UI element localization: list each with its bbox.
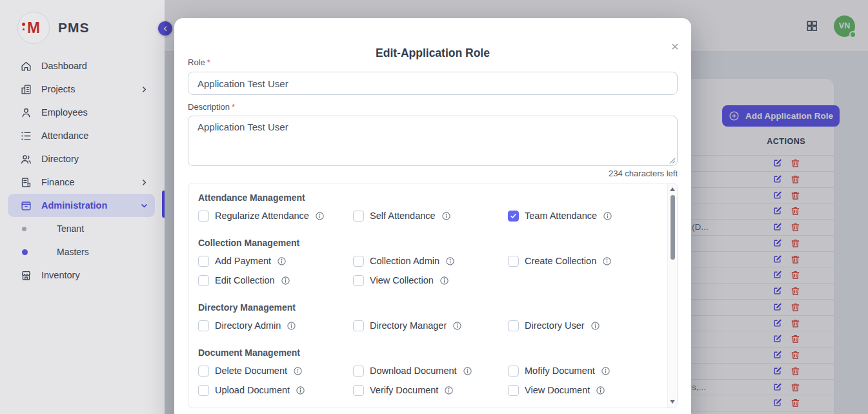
permission-section-title: Attendance Management bbox=[198, 192, 658, 203]
edit-application-role-modal: × Edit-Application Role Role* Descriptio… bbox=[174, 18, 691, 414]
permission-section-collection-management: Collection Management Add Payment Collec… bbox=[198, 238, 658, 287]
checkbox[interactable] bbox=[198, 256, 209, 267]
scroll-down-arrow-icon[interactable] bbox=[670, 400, 675, 404]
checkbox[interactable] bbox=[198, 366, 209, 377]
permission-label: Add Payment bbox=[215, 256, 271, 266]
characters-left-hint: 234 characters left bbox=[609, 169, 678, 178]
modal-title: Edit-Application Role bbox=[174, 47, 691, 60]
info-icon[interactable] bbox=[445, 256, 455, 266]
permission-label: Directory User bbox=[525, 320, 585, 331]
checkbox[interactable] bbox=[353, 366, 364, 377]
checkbox[interactable] bbox=[353, 385, 364, 396]
permission-edit-collection[interactable]: Edit Collection bbox=[198, 274, 348, 287]
checkbox[interactable] bbox=[353, 256, 364, 267]
checkbox[interactable] bbox=[353, 320, 364, 331]
info-icon[interactable] bbox=[452, 321, 462, 331]
required-asterisk: * bbox=[232, 102, 235, 112]
info-icon[interactable] bbox=[293, 366, 303, 376]
permission-directory-admin[interactable]: Directory Admin bbox=[198, 319, 348, 332]
permission-label: View Document bbox=[525, 385, 590, 395]
checkbox[interactable] bbox=[198, 385, 209, 396]
permission-add-payment[interactable]: Add Payment bbox=[198, 254, 348, 267]
checkbox[interactable] bbox=[508, 320, 519, 331]
checkbox[interactable] bbox=[508, 366, 519, 377]
permission-label: Self Attendance bbox=[370, 211, 436, 221]
permission-self-attendance[interactable]: Self Attendance bbox=[353, 209, 503, 222]
checkbox[interactable] bbox=[198, 275, 209, 286]
permission-label: View Collection bbox=[370, 275, 434, 285]
permission-section-title: Collection Management bbox=[198, 238, 658, 248]
permission-grid: Delete Document Download Document Mofify… bbox=[198, 364, 658, 397]
permission-directory-user[interactable]: Directory User bbox=[508, 319, 658, 332]
checkbox[interactable] bbox=[508, 211, 519, 222]
info-icon[interactable] bbox=[296, 386, 305, 395]
description-field-label: Description* bbox=[188, 102, 235, 112]
permission-label: Directory Admin bbox=[215, 320, 281, 331]
permission-label: Download Document bbox=[370, 366, 457, 376]
permission-view-document[interactable]: View Document bbox=[508, 384, 658, 397]
permission-grid: Directory Admin Directory Manager Direct… bbox=[198, 319, 658, 332]
info-icon[interactable] bbox=[601, 366, 611, 376]
permission-label: Regularize Attendance bbox=[215, 211, 309, 221]
permission-directory-manager[interactable]: Directory Manager bbox=[353, 319, 503, 332]
permission-label: Team Attendance bbox=[525, 211, 597, 221]
permission-grid: Add Payment Collection Admin Create Coll… bbox=[198, 254, 658, 287]
permission-section-document-management: Document Management Delete Document Down… bbox=[198, 347, 658, 397]
info-icon[interactable] bbox=[596, 386, 605, 395]
required-asterisk: * bbox=[207, 57, 210, 67]
permission-label: Collection Admin bbox=[370, 256, 439, 266]
permission-label: Directory Manager bbox=[370, 320, 447, 331]
checkbox[interactable] bbox=[198, 320, 209, 331]
scrollbar-thumb[interactable] bbox=[671, 195, 675, 260]
info-icon[interactable] bbox=[281, 276, 290, 285]
permission-label: Create Collection bbox=[525, 256, 596, 266]
permission-view-collection[interactable]: View Collection bbox=[353, 274, 503, 287]
permission-label: Verify Document bbox=[370, 385, 438, 395]
role-input[interactable] bbox=[188, 72, 678, 95]
permission-verify-document[interactable]: Verify Document bbox=[353, 384, 503, 397]
info-icon[interactable] bbox=[602, 256, 612, 266]
info-icon[interactable] bbox=[439, 276, 449, 285]
permission-section-directory-management: Directory Management Directory Admin Dir… bbox=[198, 302, 658, 332]
permission-label: Upload Document bbox=[215, 385, 290, 395]
info-icon[interactable] bbox=[590, 321, 600, 331]
checkbox[interactable] bbox=[353, 211, 364, 222]
info-icon[interactable] bbox=[444, 386, 454, 395]
scroll-up-arrow-icon[interactable] bbox=[670, 187, 675, 191]
info-icon[interactable] bbox=[463, 366, 472, 376]
permission-regularize-attendance[interactable]: Regularize Attendance bbox=[198, 209, 348, 222]
permission-label: Mofify Document bbox=[525, 366, 595, 376]
checkbox[interactable] bbox=[353, 275, 364, 286]
permission-section-title: Directory Management bbox=[198, 302, 658, 313]
permission-collection-admin[interactable]: Collection Admin bbox=[353, 254, 503, 267]
permission-mofify-document[interactable]: Mofify Document bbox=[508, 364, 658, 377]
permission-grid: Regularize Attendance Self Attendance Te… bbox=[198, 209, 658, 222]
role-field-label: Role* bbox=[188, 57, 210, 67]
info-icon[interactable] bbox=[603, 211, 612, 221]
info-icon[interactable] bbox=[287, 321, 296, 331]
permission-upload-document[interactable]: Upload Document bbox=[198, 384, 348, 397]
permission-delete-document[interactable]: Delete Document bbox=[198, 364, 348, 377]
checkbox[interactable] bbox=[198, 211, 209, 222]
checkbox[interactable] bbox=[508, 385, 519, 396]
panel-scrollbar[interactable] bbox=[667, 183, 677, 408]
info-icon[interactable] bbox=[277, 256, 287, 266]
checkbox[interactable] bbox=[508, 256, 519, 267]
description-label-text: Description bbox=[188, 102, 230, 112]
description-textarea[interactable]: Application Test User bbox=[188, 116, 678, 166]
permission-team-attendance[interactable]: Team Attendance bbox=[508, 209, 658, 222]
info-icon[interactable] bbox=[441, 211, 451, 221]
permission-section-title: Document Management bbox=[198, 347, 658, 358]
permission-create-collection[interactable]: Create Collection bbox=[508, 254, 658, 267]
permission-label: Edit Collection bbox=[215, 275, 275, 285]
permissions-panel: Attendance Management Regularize Attenda… bbox=[188, 183, 678, 408]
permission-download-document[interactable]: Download Document bbox=[353, 364, 503, 377]
info-icon[interactable] bbox=[315, 211, 325, 221]
permission-label: Delete Document bbox=[215, 366, 287, 376]
permission-section-attendance-management: Attendance Management Regularize Attenda… bbox=[198, 192, 658, 222]
role-label-text: Role bbox=[188, 57, 205, 67]
